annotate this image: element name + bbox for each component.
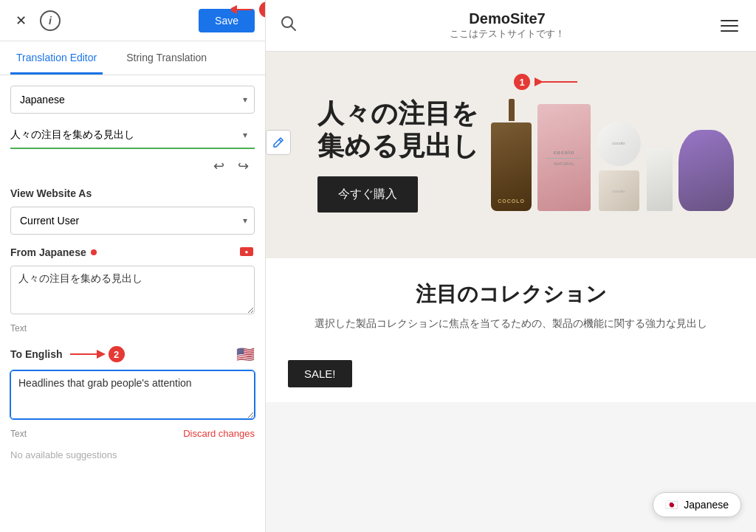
pump-bottle: COCOLO xyxy=(491,99,532,211)
annotation-arrow-2 xyxy=(69,348,106,361)
string-selector-wrapper: 人々の注目を集める見出し ▾ xyxy=(10,121,255,149)
undo-button[interactable]: ↩ xyxy=(210,156,227,176)
left-panel: ✕ i Save 3 Translation Editor String Tra… xyxy=(0,0,266,532)
language-toggle-label: Japanese xyxy=(684,499,729,511)
glass-bottle xyxy=(647,148,673,211)
annotation-arrow-3 xyxy=(231,4,253,15)
required-dot xyxy=(91,249,97,255)
top-bar-left: ✕ i xyxy=(10,10,61,31)
annotation-2-area: 2 xyxy=(69,346,125,362)
svg-line-5 xyxy=(291,26,295,30)
to-english-row: To English 2 🇺🇸 xyxy=(10,345,255,363)
hero-headline: 人々の注目を集める見出し xyxy=(317,97,491,161)
small-jars: cocolo cocolo xyxy=(597,122,641,211)
site-header: DemoSite7 ここはテストサイトです！ xyxy=(266,0,756,52)
search-icon xyxy=(281,15,297,32)
to-english-label: To English xyxy=(10,348,63,360)
panel-content: Japanese English French Spanish ▾ 人々の注目を… xyxy=(0,75,265,532)
close-button[interactable]: ✕ xyxy=(10,10,31,31)
tab-translation-editor[interactable]: Translation Editor xyxy=(10,41,103,75)
language-toggle-button[interactable]: 🇯🇵 Japanese xyxy=(653,492,741,517)
tab-string-translation[interactable]: String Translation xyxy=(120,41,213,75)
japan-flag-icon: 🇯🇵 xyxy=(665,499,678,511)
from-japanese-label-text: From Japanese xyxy=(10,246,86,258)
collection-desc: 選択した製品コレクションに焦点を当てるための、製品の機能に関する強力な見出し xyxy=(289,317,732,331)
product-group: COCOLO cocolo NATURAL cocolo xyxy=(491,99,734,211)
save-area: Save 3 xyxy=(199,9,255,32)
search-button[interactable] xyxy=(281,15,297,35)
to-english-sublabel: Text xyxy=(10,429,27,439)
to-english-footer: Text Discard changes xyxy=(10,426,255,439)
undo-redo-row: ↩ ↪ xyxy=(10,156,255,176)
svg-text:●: ● xyxy=(245,249,249,255)
sale-section: SALE! xyxy=(266,360,756,402)
from-japanese-label: From Japanese ● xyxy=(10,246,255,258)
collection-title: 注目のコレクション xyxy=(281,280,741,308)
discard-changes-link[interactable]: Discard changes xyxy=(183,428,255,439)
annotation-1-area: 1 xyxy=(514,74,579,90)
language-selector[interactable]: Japanese English French Spanish xyxy=(10,86,255,114)
hero-cta-button[interactable]: 今すぐ購入 xyxy=(317,176,418,213)
pink-jar: cocolo NATURAL xyxy=(537,104,591,211)
edit-area xyxy=(266,142,291,167)
hero-images: COCOLO cocolo NATURAL cocolo xyxy=(491,99,734,211)
annotation-badge-3: 3 xyxy=(259,1,266,18)
redo-button[interactable]: ↪ xyxy=(235,156,252,176)
hamburger-button[interactable] xyxy=(718,17,741,35)
suggestions-text: No available suggestions xyxy=(10,449,255,460)
pencil-icon xyxy=(272,137,284,148)
sale-button[interactable]: SALE! xyxy=(288,360,352,387)
tabs-bar: Translation Editor String Translation xyxy=(0,41,265,75)
site-subtitle: ここはテストサイトです！ xyxy=(450,27,565,41)
from-japanese-textarea[interactable]: 人々の注目を集める見出し xyxy=(10,266,255,314)
string-selector[interactable]: 人々の注目を集める見出し xyxy=(10,121,255,149)
site-content: 1 人々の注目を集める見出し 今すぐ購入 COCOLO xyxy=(266,52,756,532)
hamburger-line-3 xyxy=(721,30,738,32)
view-as-selector-wrapper: Current User Guest Admin ▾ xyxy=(10,207,255,235)
annotation-badge-1: 1 xyxy=(514,74,530,90)
collection-section: 注目のコレクション 選択した製品コレクションに焦点を当てるための、製品の機能に関… xyxy=(266,258,756,360)
red-mark-icon: ● xyxy=(240,247,255,258)
to-english-label-area: To English 2 xyxy=(10,346,125,362)
edit-pencil-button[interactable] xyxy=(266,130,291,155)
info-button[interactable]: i xyxy=(40,10,61,31)
language-selector-wrapper: Japanese English French Spanish ▾ xyxy=(10,86,255,114)
flower-bunch xyxy=(678,130,734,211)
annotation-3: 3 xyxy=(259,1,266,18)
site-title-area: DemoSite7 ここはテストサイトです！ xyxy=(450,10,565,41)
annotation-badge-2: 2 xyxy=(109,346,125,362)
view-website-label: View Website As xyxy=(10,187,255,199)
view-as-selector[interactable]: Current User Guest Admin xyxy=(10,207,255,235)
svg-line-6 xyxy=(279,139,281,142)
to-english-textarea[interactable]: Headlines that grab people's attention xyxy=(10,370,255,419)
hamburger-line-1 xyxy=(721,20,738,21)
site-title: DemoSite7 xyxy=(450,10,565,27)
annotation-arrow-1 xyxy=(535,75,579,89)
from-japanese-sublabel: Text xyxy=(10,323,255,334)
top-bar: ✕ i Save 3 xyxy=(0,0,265,41)
hero-text-area: 人々の注目を集める見出し 今すぐ購入 xyxy=(288,97,491,212)
hamburger-line-2 xyxy=(721,25,738,27)
english-flag-icon: 🇺🇸 xyxy=(236,345,255,363)
hero-section: 1 人々の注目を集める見出し 今すぐ購入 COCOLO xyxy=(266,52,756,258)
right-panel: DemoSite7 ここはテストサイトです！ 1 xyxy=(266,0,756,532)
